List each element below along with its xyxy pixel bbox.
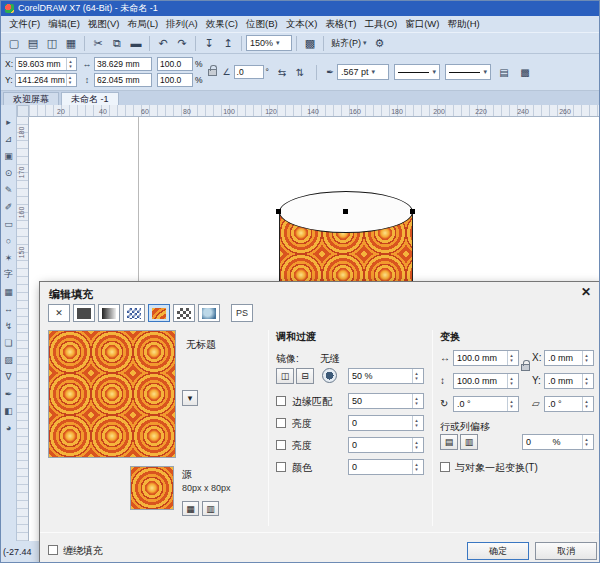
scale-x-field[interactable]: 100.0 <box>157 57 193 71</box>
menu-item-bitmaps[interactable]: 位图(B) <box>242 17 282 32</box>
tile-height-field[interactable]: 100.0 mm <box>453 373 519 389</box>
redo-icon[interactable]: ↷ <box>173 34 191 52</box>
offset-percent-field[interactable]: 0% <box>522 434 594 450</box>
copy-icon[interactable]: ⧉ <box>108 34 126 52</box>
selection-handle-left[interactable] <box>276 209 281 214</box>
menu-item-layout[interactable]: 布局(L) <box>123 17 162 32</box>
artistic-media-tool[interactable]: ✐ <box>2 200 15 213</box>
brightness-checkbox[interactable] <box>276 418 286 428</box>
seamless-amount-field[interactable]: 50 % <box>348 368 424 384</box>
save-icon[interactable]: ◫ <box>43 34 61 52</box>
column-offset-button[interactable]: ▥ <box>460 434 478 450</box>
object-width-field[interactable]: 38.629 mm <box>94 57 152 71</box>
zoom-level-combo[interactable]: 150% <box>246 35 292 51</box>
spinner-icon[interactable] <box>507 397 515 411</box>
options-gear-icon[interactable]: ⚙ <box>371 34 389 52</box>
uniform-fill-button[interactable] <box>73 304 95 322</box>
color-eyedropper-tool[interactable]: ∇ <box>2 370 15 383</box>
mirror-horizontal-button[interactable]: ⇆ <box>274 65 290 79</box>
spinner-icon[interactable] <box>66 58 74 70</box>
postscript-fill-button[interactable]: PS <box>231 304 253 322</box>
ruler-origin-corner[interactable] <box>17 105 29 117</box>
export-icon[interactable]: ↥ <box>219 34 237 52</box>
table-tool[interactable]: ▦ <box>2 285 15 298</box>
selection-handle-center[interactable] <box>343 209 348 214</box>
fill-tool[interactable]: ◧ <box>2 404 15 417</box>
x-position-field[interactable]: 59.603 mm <box>15 57 77 71</box>
ellipse-tool[interactable]: ○ <box>2 234 15 247</box>
scale-y-field[interactable]: 100.0 <box>157 73 193 87</box>
import-icon[interactable]: ↧ <box>200 34 218 52</box>
rotate-field[interactable]: .0 ° <box>453 396 519 412</box>
menu-item-file[interactable]: 文件(F) <box>5 17 44 32</box>
zoom-tool[interactable]: ⊙ <box>2 166 15 179</box>
offset-x-field[interactable]: .0 mm <box>544 350 594 366</box>
source-from-document-button[interactable]: ▦ <box>182 501 199 516</box>
outline-width-combo[interactable]: .567 pt <box>337 64 389 80</box>
spinner-icon[interactable] <box>582 435 590 449</box>
pick-tool[interactable]: ▸ <box>2 115 15 128</box>
spinner-icon[interactable] <box>66 74 74 86</box>
ok-button[interactable]: 确定 <box>467 542 529 560</box>
outline-pen-tool[interactable]: ✒ <box>2 387 15 400</box>
spinner-icon[interactable] <box>412 369 420 383</box>
wrap-fill-checkbox[interactable] <box>48 545 58 555</box>
rotation-angle-field[interactable]: .0 <box>234 65 264 79</box>
skew-field[interactable]: .0 ° <box>544 396 594 412</box>
spinner-icon[interactable] <box>412 438 420 452</box>
to-front-icon[interactable]: ▩ <box>517 65 533 79</box>
fountain-fill-button[interactable] <box>98 304 120 322</box>
drop-shadow-tool[interactable]: ❏ <box>2 336 15 349</box>
line-style-combo[interactable] <box>394 64 440 80</box>
spinner-icon[interactable] <box>507 374 515 388</box>
lock-ratio-icon[interactable] <box>208 69 217 76</box>
edge-match-checkbox[interactable] <box>276 396 286 406</box>
source-swatch[interactable] <box>130 466 174 510</box>
luminance-field[interactable]: 0 <box>348 437 424 453</box>
spinner-icon[interactable] <box>412 416 420 430</box>
tab-untitled-document[interactable]: 未命名 -1 <box>61 92 119 105</box>
line-style-combo[interactable] <box>445 64 491 80</box>
menu-item-effects[interactable]: 效果(C) <box>202 17 242 32</box>
spinner-icon[interactable] <box>412 460 420 474</box>
snap-to-dropdown[interactable]: 贴齐(P) <box>328 35 370 51</box>
connector-tool[interactable]: ↯ <box>2 319 15 332</box>
crop-tool[interactable]: ▣ <box>2 149 15 162</box>
tab-welcome-screen[interactable]: 欢迎屏幕 <box>3 92 59 105</box>
close-icon[interactable]: ✕ <box>581 285 591 299</box>
menu-item-table[interactable]: 表格(T) <box>321 17 360 32</box>
dimension-tool[interactable]: ↔ <box>2 302 15 315</box>
color-checkbox[interactable] <box>276 462 286 472</box>
menu-item-text[interactable]: 文本(X) <box>282 17 322 32</box>
edge-match-field[interactable]: 50 <box>348 393 424 409</box>
row-offset-button[interactable]: ▤ <box>440 434 458 450</box>
menu-item-window[interactable]: 窗口(W) <box>401 17 443 32</box>
color-field[interactable]: 0 <box>348 459 424 475</box>
source-from-file-button[interactable]: ▥ <box>202 501 219 516</box>
open-icon[interactable]: ▤ <box>24 34 42 52</box>
vertical-ruler[interactable]: 180 170 160 150 <box>17 117 29 541</box>
wireframe-icon[interactable]: ▤ <box>496 65 512 79</box>
menu-item-view[interactable]: 视图(V) <box>84 17 124 32</box>
bitmap-pattern-fill-button[interactable] <box>148 304 170 322</box>
offset-y-field[interactable]: .0 mm <box>544 373 594 389</box>
brightness-field[interactable]: 0 <box>348 415 424 431</box>
text-tool[interactable]: 字 <box>2 268 15 281</box>
transform-with-object-checkbox[interactable] <box>440 462 450 472</box>
spinner-icon[interactable] <box>582 351 590 365</box>
rectangle-tool[interactable]: ▭ <box>2 217 15 230</box>
interactive-fill-tool[interactable]: ◕ <box>2 421 15 434</box>
spinner-icon[interactable] <box>582 397 590 411</box>
menu-item-arrange[interactable]: 排列(A) <box>162 17 202 32</box>
y-position-field[interactable]: 141.264 mm <box>15 73 77 87</box>
print-icon[interactable]: ▦ <box>62 34 80 52</box>
texture-fill-button[interactable] <box>198 304 220 322</box>
mirror-vertical-tile-button[interactable]: ⊟ <box>296 368 314 384</box>
menu-item-tools[interactable]: 工具(O) <box>360 17 401 32</box>
lock-tile-ratio-icon[interactable] <box>521 364 530 371</box>
pattern-picker-dropdown[interactable]: ▾ <box>182 390 198 406</box>
vector-pattern-fill-button[interactable] <box>123 304 145 322</box>
two-color-pattern-fill-button[interactable] <box>173 304 195 322</box>
menu-item-edit[interactable]: 编辑(E) <box>44 17 84 32</box>
menu-item-help[interactable]: 帮助(H) <box>443 17 483 32</box>
